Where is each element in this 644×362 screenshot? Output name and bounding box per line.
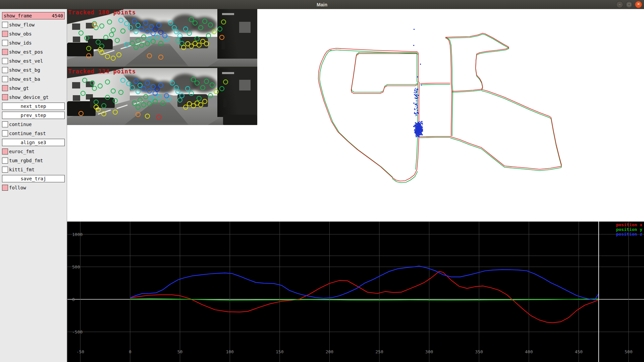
feature-circle <box>80 91 86 96</box>
close-button[interactable]: ✕ <box>635 1 642 8</box>
axis-tick-label: 200 <box>326 349 333 354</box>
euroc_fmt-checkbox[interactable] <box>2 148 8 155</box>
checkbox-row-show_obs[interactable]: show_obs <box>2 30 65 38</box>
checkbox-row-euroc_fmt[interactable]: euroc_fmt <box>2 148 65 155</box>
legend-entry: position x <box>616 223 642 227</box>
est-path-mid-cross <box>420 83 450 83</box>
next_step-button[interactable]: next_step <box>2 103 65 110</box>
map-point <box>421 133 422 134</box>
feature-circle <box>208 22 213 27</box>
legend-entry: position y <box>616 227 642 232</box>
map-point <box>416 89 417 90</box>
checkbox-row-show_est_ba[interactable]: show_est_ba <box>2 75 65 83</box>
prev_step-button[interactable]: prev_step <box>2 112 65 119</box>
cyclist <box>222 41 225 49</box>
map-point <box>416 108 417 109</box>
position-plot[interactable]: 10005000-500-500501001502002503003504004… <box>67 222 644 362</box>
checkbox-row-kitti_fmt[interactable]: kitti_fmt <box>2 166 65 173</box>
feature-circle <box>164 93 169 98</box>
feature-circle <box>189 91 194 96</box>
var-slider-show_frame[interactable]: show_frame4540 <box>2 12 65 19</box>
map-point <box>418 126 419 127</box>
gt-path-flag-loop <box>445 34 509 92</box>
checkbox-row-continue[interactable]: continue <box>2 121 65 128</box>
checkbox-label: kitti_fmt <box>9 167 35 172</box>
feature-circle <box>158 41 163 46</box>
map-point <box>416 90 417 91</box>
feature-circle <box>126 81 131 86</box>
maximize-button[interactable]: ▢ <box>626 1 633 8</box>
show_est_ba-checkbox[interactable] <box>2 76 8 82</box>
continue_fast-checkbox[interactable] <box>2 130 8 136</box>
map-point <box>419 127 420 128</box>
continue-checkbox[interactable] <box>2 121 8 127</box>
show_ids-checkbox[interactable] <box>2 40 8 46</box>
feature-circle <box>109 32 114 37</box>
titlebar[interactable]: Main – ▢ ✕ <box>0 0 644 9</box>
map-point <box>416 115 417 115</box>
show_gt-checkbox[interactable] <box>2 85 8 91</box>
feature-circle <box>92 22 97 27</box>
checkbox-row-continue_fast[interactable]: continue_fast <box>2 130 65 137</box>
map-point <box>415 90 416 90</box>
feature-circle <box>183 105 188 110</box>
map-point <box>418 130 419 131</box>
map-point <box>415 125 416 126</box>
gt-path-outer-right-vertical <box>416 53 418 170</box>
trajectory-3d-view[interactable]: Tracked 180 points <box>67 9 644 222</box>
show_est_vel-checkbox[interactable] <box>2 58 8 64</box>
show_device_gt-checkbox[interactable] <box>2 94 8 100</box>
map-point <box>418 136 420 137</box>
slider-value: 4540 <box>52 13 63 18</box>
map-point <box>415 104 416 105</box>
gt-path-mid-cross <box>420 84 450 85</box>
building-right <box>217 9 257 59</box>
map-point <box>415 91 415 92</box>
checkbox-row-show_est_pos[interactable]: show_est_pos <box>2 48 65 56</box>
checkbox-row-show_ids[interactable]: show_ids <box>2 39 65 47</box>
feature-circle <box>118 90 123 95</box>
map-point <box>415 130 416 131</box>
est-path-right-vertical <box>445 37 452 136</box>
map-point <box>413 45 414 46</box>
checkbox-row-show_est_bg[interactable]: show_est_bg <box>2 66 65 74</box>
feature-circle <box>147 101 152 106</box>
checkbox-row-show_gt[interactable]: show_gt <box>2 84 65 92</box>
map-point <box>417 101 418 101</box>
map-point <box>421 84 422 85</box>
checkbox-row-show_device_gt[interactable]: show_device_gt <box>2 94 65 101</box>
map-point <box>416 105 417 105</box>
map-point <box>416 98 416 99</box>
save_traj-button[interactable]: save_traj <box>2 175 65 182</box>
map-point <box>415 116 416 116</box>
feature-circle <box>132 101 137 106</box>
map-point <box>421 121 423 122</box>
map-point <box>421 132 422 133</box>
show_est_pos-checkbox[interactable] <box>2 49 8 55</box>
map-point <box>420 122 421 123</box>
show_flow-checkbox[interactable] <box>2 22 8 28</box>
minimize-button[interactable]: – <box>616 1 623 8</box>
map-point <box>417 105 418 106</box>
checkbox-row-show_est_vel[interactable]: show_est_vel <box>2 57 65 65</box>
street-scene <box>67 68 257 125</box>
checkbox-row-tum_rgbd_fmt[interactable]: tum_rgbd_fmt <box>2 157 65 164</box>
feature-circle <box>208 93 213 98</box>
map-point <box>414 113 415 114</box>
feature-circle <box>219 35 224 40</box>
follow-checkbox[interactable] <box>2 185 8 191</box>
checkbox-row-follow[interactable]: follow <box>2 184 65 191</box>
axis-tick-label: 300 <box>425 349 433 354</box>
kitti_fmt-checkbox[interactable] <box>2 167 8 173</box>
checkbox-row-show_flow[interactable]: show_flow <box>2 21 65 28</box>
tum_rgbd_fmt-checkbox[interactable] <box>2 158 8 164</box>
map-point <box>418 95 419 96</box>
map-point <box>414 92 415 93</box>
align_se3-button[interactable]: align_se3 <box>2 139 65 146</box>
feature-circle <box>202 19 207 24</box>
map-point <box>420 125 421 126</box>
show_est_bg-checkbox[interactable] <box>2 67 8 73</box>
show_obs-checkbox[interactable] <box>2 31 8 37</box>
map-point <box>416 103 417 103</box>
est-path-outer-top <box>330 48 418 53</box>
